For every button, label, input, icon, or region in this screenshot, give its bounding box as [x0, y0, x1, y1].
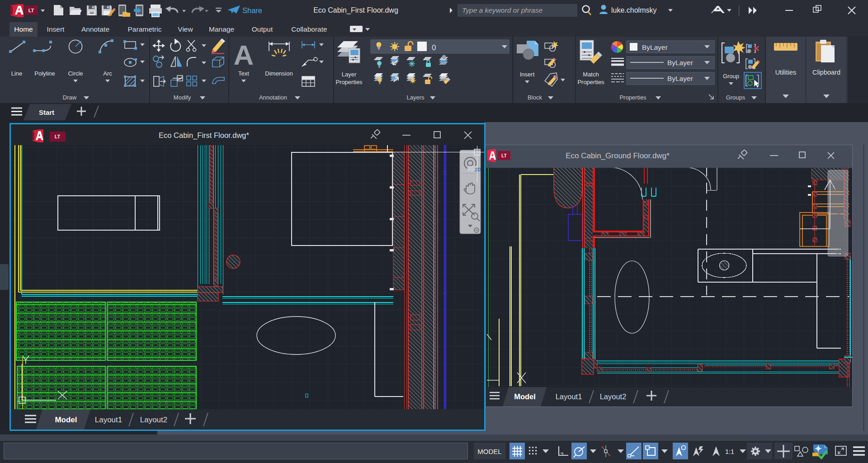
svg-text:MODEL: MODEL	[477, 448, 501, 455]
svg-text:Draw: Draw	[63, 94, 77, 101]
svg-text:Eco Cabin_First Floor.dwg: Eco Cabin_First Floor.dwg	[313, 6, 398, 14]
svg-text:Annotation: Annotation	[259, 94, 287, 101]
svg-text:Layout1: Layout1	[95, 416, 123, 424]
svg-text:ByLayer: ByLayer	[667, 59, 693, 66]
svg-text:A: A	[234, 39, 254, 71]
svg-text:0: 0	[432, 43, 436, 52]
svg-text:Utilities: Utilities	[775, 69, 797, 76]
svg-text:Model: Model	[514, 392, 536, 401]
svg-text:Insert: Insert	[520, 71, 535, 78]
svg-text:Dimension: Dimension	[265, 70, 292, 77]
svg-text:Match: Match	[583, 71, 599, 78]
svg-text:Start: Start	[39, 109, 54, 116]
svg-text:Layer: Layer	[342, 71, 357, 78]
svg-text:Layout2: Layout2	[140, 416, 168, 424]
svg-text:Text: Text	[238, 70, 249, 77]
svg-text:Line: Line	[11, 70, 23, 77]
svg-text:1:1: 1:1	[725, 448, 734, 455]
svg-text:Properties: Properties	[577, 79, 604, 85]
svg-text:Circle: Circle	[68, 70, 83, 77]
svg-text:Model: Model	[55, 416, 77, 424]
svg-text:Type a keyword or phrase: Type a keyword or phrase	[462, 6, 542, 14]
svg-text:LT: LT	[55, 134, 61, 139]
svg-text:Properties: Properties	[335, 79, 363, 85]
svg-text:Layout2: Layout2	[600, 392, 627, 401]
svg-text:2D: 2D	[475, 167, 481, 172]
svg-text:Modify: Modify	[174, 94, 191, 101]
svg-text:Eco Cabin_First Floor.dwg*: Eco Cabin_First Floor.dwg*	[159, 131, 249, 140]
svg-text:Groups: Groups	[726, 94, 745, 101]
svg-text:Clipboard: Clipboard	[812, 69, 840, 76]
svg-text:LT: LT	[28, 8, 34, 13]
svg-text:Layers: Layers	[406, 94, 425, 101]
svg-text:Arc: Arc	[103, 70, 112, 77]
svg-text:ByLayer: ByLayer	[642, 43, 668, 51]
svg-text:Block: Block	[528, 94, 542, 101]
svg-text:Eco Cabin_Ground Floor.dwg*: Eco Cabin_Ground Floor.dwg*	[566, 151, 670, 160]
svg-text:LT: LT	[501, 153, 507, 158]
svg-text:Layout1: Layout1	[556, 392, 582, 401]
svg-text:Group: Group	[723, 73, 739, 80]
svg-text:Share: Share	[242, 6, 262, 14]
svg-text:Polyline: Polyline	[34, 70, 55, 77]
svg-text:ByLayer: ByLayer	[667, 75, 693, 82]
svg-text:luke.cholmsky: luke.cholmsky	[611, 6, 656, 14]
svg-text:Properties: Properties	[619, 94, 646, 101]
